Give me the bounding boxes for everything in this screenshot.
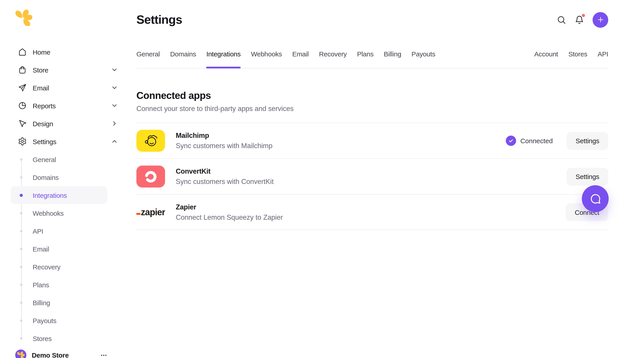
notification-dot <box>582 14 585 17</box>
settings-button-convertkit[interactable]: Settings <box>567 168 608 185</box>
zapier-underscore <box>136 213 140 215</box>
sidebar-item-design[interactable]: Design <box>0 115 125 132</box>
sidebar-item-home[interactable]: Home <box>0 43 125 61</box>
help-chat-button[interactable] <box>582 185 609 212</box>
sidebar-item-store[interactable]: Store <box>0 61 125 79</box>
app-row-mailchimp: Mailchimp Sync customers with Mailchimp … <box>136 123 608 158</box>
section-heading: Connected apps <box>136 90 608 102</box>
main-content: Settings <box>125 0 626 230</box>
tab-plans[interactable]: Plans <box>357 50 374 68</box>
tab-integrations[interactable]: Integrations <box>206 50 240 68</box>
bell-icon[interactable] <box>575 15 584 24</box>
mailchimp-icon <box>136 130 165 152</box>
tab-group-left: GeneralDomainsIntegrationsWebhooksEmailR… <box>136 50 435 68</box>
tab-account[interactable]: Account <box>534 50 558 68</box>
connected-apps-list: Mailchimp Sync customers with Mailchimp … <box>136 123 608 230</box>
subnav-item-webhooks[interactable]: Webhooks <box>11 204 107 222</box>
subnav-item-api[interactable]: API <box>11 222 107 240</box>
tab-general[interactable]: General <box>136 50 160 68</box>
subnav-item-recovery[interactable]: Recovery <box>11 258 107 276</box>
chat-bubble-icon <box>591 194 600 203</box>
tab-billing[interactable]: Billing <box>384 50 401 68</box>
chevron-down-icon <box>111 66 118 73</box>
sidebar-item-reports[interactable]: Reports <box>0 97 125 115</box>
settings-tab-bar: GeneralDomainsIntegrationsWebhooksEmailR… <box>136 50 608 69</box>
sidebar: Home Store Ema <box>0 0 125 358</box>
sidebar-nav: Home Store Ema <box>0 43 125 347</box>
app-window: Home Store Ema <box>0 0 644 358</box>
subnav-item-general[interactable]: General <box>11 150 107 168</box>
subnav-item-payouts[interactable]: Payouts <box>11 311 107 329</box>
store-avatar <box>15 349 26 358</box>
settings-icon <box>18 137 27 146</box>
check-icon <box>506 136 516 146</box>
design-icon <box>18 119 27 128</box>
subnav-item-email[interactable]: Email <box>11 240 107 258</box>
subnav-item-domains[interactable]: Domains <box>11 168 107 186</box>
chevron-up-icon <box>111 138 118 145</box>
header-actions <box>557 12 608 28</box>
subnav-item-billing[interactable]: Billing <box>11 293 107 311</box>
tab-recovery[interactable]: Recovery <box>319 50 346 68</box>
page-title: Settings <box>136 13 182 27</box>
subnav-item-stores[interactable]: Stores <box>11 329 107 347</box>
chevron-down-icon <box>111 102 118 109</box>
ellipsis-icon[interactable] <box>100 351 107 358</box>
store-name: Demo Store <box>32 351 95 358</box>
email-icon <box>18 83 27 92</box>
chevron-down-icon <box>111 84 118 91</box>
connected-status-badge: Connected <box>506 136 553 146</box>
chevron-right-icon <box>111 120 118 127</box>
tab-domains[interactable]: Domains <box>170 50 196 68</box>
home-icon <box>18 48 27 56</box>
convertkit-icon <box>136 166 165 187</box>
settings-subnav: General Domains Integrations Webhooks AP… <box>0 150 125 347</box>
store-switcher[interactable]: Demo Store <box>15 349 107 358</box>
tab-webhooks[interactable]: Webhooks <box>251 50 282 68</box>
lemon-squeezy-logo-icon[interactable] <box>15 9 32 26</box>
settings-button-mailchimp[interactable]: Settings <box>567 132 608 150</box>
sidebar-item-settings[interactable]: Settings <box>0 132 125 150</box>
store-icon <box>18 65 27 74</box>
tab-email[interactable]: Email <box>292 50 309 68</box>
tab-payouts[interactable]: Payouts <box>412 50 435 68</box>
app-row-zapier: zapier Zapier Connect Lemon Squeezy to Z… <box>136 194 608 230</box>
subnav-item-integrations[interactable]: Integrations <box>11 186 107 204</box>
tab-group-right: AccountStoresAPI <box>534 50 608 68</box>
subnav-item-plans[interactable]: Plans <box>11 276 107 293</box>
page-header: Settings <box>136 0 608 27</box>
zapier-icon: zapier <box>136 201 165 223</box>
tab-stores[interactable]: Stores <box>568 50 588 68</box>
tab-api[interactable]: API <box>598 50 608 68</box>
sidebar-item-email[interactable]: Email <box>0 79 125 97</box>
search-icon[interactable] <box>557 15 566 24</box>
reports-icon <box>18 101 27 110</box>
section-subheading: Connect your store to third-party apps a… <box>136 105 608 113</box>
add-new-button[interactable] <box>592 12 608 28</box>
app-row-convertkit: ConvertKit Sync customers with ConvertKi… <box>136 158 608 194</box>
